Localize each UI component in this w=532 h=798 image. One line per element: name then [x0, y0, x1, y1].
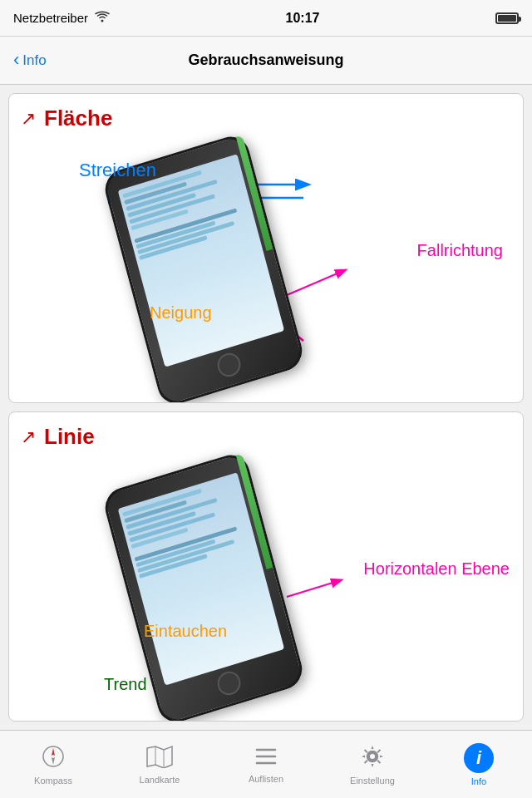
- fallrichtung-label: Fallrichtung: [417, 241, 503, 260]
- gear-icon: [360, 744, 385, 772]
- back-button[interactable]: ‹ Info: [13, 51, 47, 71]
- section-flaeche-header: ↗ Fläche: [21, 106, 511, 131]
- tab-kompass-label: Kompass: [34, 776, 72, 786]
- status-bar: Netzbetreiber 10:17: [0, 0, 532, 37]
- section-flaeche: ↗ Fläche: [8, 93, 524, 403]
- eintauchen-label: Eintauchen: [144, 622, 227, 641]
- svg-marker-9: [52, 748, 55, 756]
- flaeche-phone-area: Streichen Fallrichtung Neigung: [21, 141, 511, 399]
- svg-line-5: [287, 580, 341, 597]
- tab-info-label: Info: [471, 776, 486, 786]
- flaeche-icon: ↗: [21, 108, 36, 130]
- streichen-label: Streichen: [79, 160, 156, 181]
- svg-line-3: [287, 270, 345, 295]
- tab-landkarte[interactable]: Landkarte: [106, 731, 213, 798]
- phone-mockup-linie: [129, 468, 278, 709]
- phone-mockup-flaeche: [129, 150, 278, 391]
- status-right: [495, 12, 519, 24]
- horizontalen-label: Horizontalen Ebene: [363, 559, 510, 579]
- tab-bar: Kompass Landkarte Auflisten: [0, 730, 532, 798]
- trend-label: Trend: [104, 675, 147, 694]
- linie-title: Linie: [44, 424, 95, 450]
- svg-point-0: [101, 20, 104, 22]
- neigung-label: Neigung: [150, 303, 212, 323]
- linie-phone-area: Horizontalen Ebene Eintauchen Trend: [21, 460, 511, 717]
- carrier-label: Netzbetreiber: [13, 11, 88, 25]
- tab-auflisten-label: Auflisten: [249, 774, 283, 784]
- linie-icon: ↗: [21, 426, 36, 448]
- tab-einstellung[interactable]: Einstellung: [319, 731, 426, 798]
- section-linie-header: ↗ Linie: [21, 424, 511, 450]
- compass-icon: [41, 744, 66, 772]
- tab-einstellung-label: Einstellung: [350, 776, 395, 786]
- battery-icon: [495, 12, 519, 24]
- tab-info[interactable]: i Info: [426, 731, 532, 798]
- section-linie: ↗ Linie: [8, 411, 524, 722]
- main-content: ↗ Fläche: [0, 85, 532, 730]
- status-left: Netzbetreiber: [13, 11, 110, 25]
- info-icon: i: [464, 743, 494, 773]
- chevron-left-icon: ‹: [13, 49, 19, 71]
- status-time: 10:17: [286, 11, 320, 26]
- back-label: Info: [22, 52, 46, 69]
- nav-bar: ‹ Info Gebrauchsanweisung: [0, 37, 532, 85]
- svg-marker-10: [52, 757, 55, 765]
- flaeche-title: Fläche: [44, 106, 112, 131]
- tab-landkarte-label: Landkarte: [140, 775, 180, 785]
- list-icon: [254, 746, 278, 771]
- wifi-icon: [95, 11, 110, 25]
- tab-kompass[interactable]: Kompass: [0, 731, 106, 798]
- page-title: Gebrauchsanweisung: [188, 52, 343, 69]
- map-icon: [145, 745, 174, 771]
- tab-auflisten[interactable]: Auflisten: [213, 731, 319, 798]
- svg-marker-11: [147, 746, 172, 768]
